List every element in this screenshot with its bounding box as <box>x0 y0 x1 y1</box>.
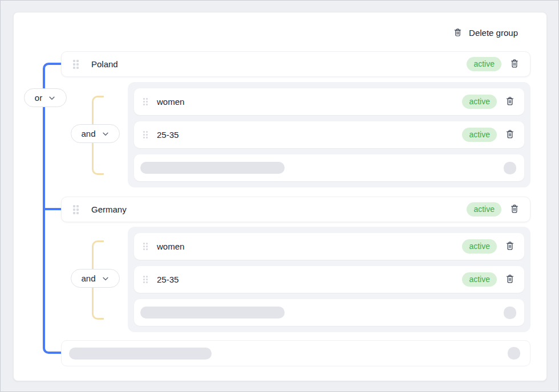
status-badge[interactable]: active <box>462 239 497 254</box>
drag-handle-icon[interactable] <box>73 205 79 214</box>
drag-handle-icon[interactable] <box>143 98 148 105</box>
delete-group-label: Delete group <box>469 28 518 37</box>
chevron-down-icon <box>102 274 110 283</box>
delete-row-button[interactable] <box>509 58 520 71</box>
delete-row-button[interactable] <box>505 273 515 286</box>
drag-handle-icon[interactable] <box>73 60 79 69</box>
delete-row-button[interactable] <box>505 240 515 253</box>
trash-icon <box>505 273 515 286</box>
drag-handle-icon[interactable] <box>143 276 148 283</box>
condition-row-placeholder <box>134 154 524 181</box>
condition-row-women[interactable]: women active <box>134 88 524 115</box>
condition-label: 25-35 <box>157 130 179 140</box>
skeleton-text-placeholder <box>140 307 285 318</box>
skeleton-text-placeholder <box>69 348 212 360</box>
trash-icon <box>505 240 515 253</box>
group-label: Germany <box>91 205 127 214</box>
chevron-down-icon <box>102 129 110 138</box>
status-badge[interactable]: active <box>467 57 501 71</box>
trash-icon <box>505 96 515 108</box>
trash-icon <box>505 129 515 141</box>
group-operator-select[interactable]: and <box>71 124 120 143</box>
group-operator-select[interactable]: and <box>71 269 120 288</box>
trash-icon <box>453 27 463 38</box>
group-label: Poland <box>91 59 118 69</box>
status-badge[interactable]: active <box>462 272 497 287</box>
status-badge[interactable]: active <box>462 128 497 142</box>
group-children-panel: women active 25-35 <box>128 82 530 187</box>
skeleton-action-placeholder <box>504 162 516 174</box>
skeleton-action-placeholder <box>508 347 520 360</box>
root-operator-value: or <box>35 93 42 103</box>
group-row-germany[interactable]: Germany active <box>61 197 530 222</box>
delete-row-button[interactable] <box>505 96 515 108</box>
condition-row-age[interactable]: 25-35 active <box>134 266 524 293</box>
condition-row-placeholder <box>134 299 524 326</box>
condition-label: 25-35 <box>157 275 179 284</box>
delete-row-button[interactable] <box>505 129 515 141</box>
chevron-down-icon <box>48 93 56 102</box>
condition-label: women <box>157 242 184 251</box>
group-operator-value: and <box>81 129 95 138</box>
drag-handle-icon[interactable] <box>143 131 148 138</box>
status-badge[interactable]: active <box>467 202 501 217</box>
delete-row-button[interactable] <box>509 203 520 216</box>
condition-row-women[interactable]: women active <box>134 233 524 260</box>
condition-label: women <box>157 97 184 107</box>
or-connector-branch <box>45 208 61 210</box>
group-row-poland[interactable]: Poland active <box>61 51 530 77</box>
drag-handle-icon[interactable] <box>143 243 148 250</box>
group-row-placeholder <box>61 340 530 366</box>
page: Delete group or Poland active <box>0 0 559 392</box>
delete-group-button[interactable]: Delete group <box>453 27 518 38</box>
root-operator-select[interactable]: or <box>24 88 67 107</box>
status-badge[interactable]: active <box>462 95 497 109</box>
trash-icon <box>509 203 520 216</box>
group-children-panel: women active 25-35 <box>128 227 530 332</box>
skeleton-text-placeholder <box>140 162 285 174</box>
trash-icon <box>509 58 520 71</box>
skeleton-action-placeholder <box>504 307 516 319</box>
filter-builder-panel: Delete group or Poland active <box>13 12 547 381</box>
group-operator-value: and <box>81 273 95 283</box>
condition-row-age[interactable]: 25-35 active <box>134 121 524 148</box>
